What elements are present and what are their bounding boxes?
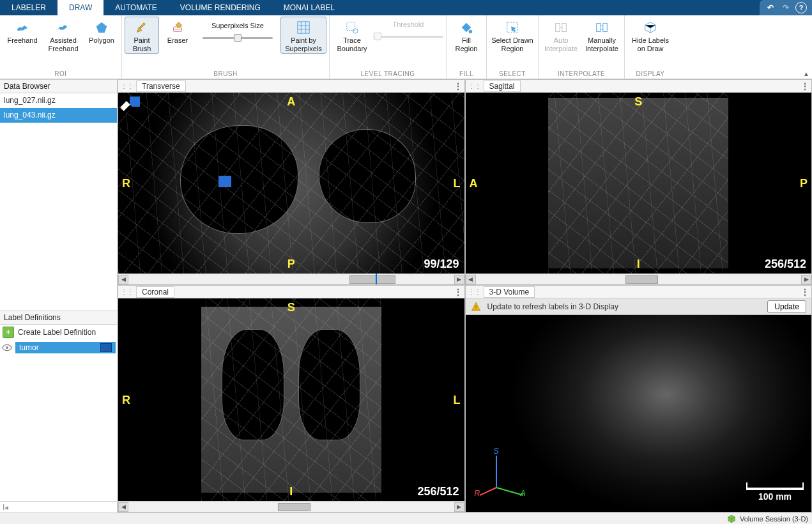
visibility-icon[interactable] [1,343,13,353]
superpixels-size-control: Superpixels Size [196,17,279,43]
tab-draw[interactable]: DRAW [57,0,103,15]
svg-rect-13 [603,24,607,32]
label-chip[interactable]: tumor [15,342,116,353]
polygon-button[interactable]: Polygon [84,17,119,45]
slice-scrollbar[interactable]: ◀ ▶ [118,274,464,284]
plus-icon: + [3,327,14,338]
viewport-menu-icon[interactable]: ⋮ [801,82,809,91]
threshold-control: Threshold [373,17,443,42]
tab-labeler[interactable]: LABELER [0,0,57,15]
manually-interpolate-button[interactable]: Manually Interpolate [582,17,622,54]
paint-by-superpixels-button[interactable]: Paint by Superpixels [280,17,326,54]
ribbon-group-roi: Freehand Assisted Freehand Polygon ROI [0,15,122,79]
viewport-canvas-3d[interactable]: Update to refresh labels in 3-D Display … [466,298,812,512]
svg-rect-3 [139,23,145,29]
undo-icon[interactable]: ↶ [765,2,776,13]
main-area: Data Browser lung_027.nii.gz lung_043.ni… [0,79,812,512]
fill-region-button[interactable]: Fill Region [449,17,484,54]
scroll-left-icon[interactable]: ◀ [466,275,476,284]
axis-r-label: R [475,489,480,498]
update-button[interactable]: Update [767,300,806,313]
view-grid: ⋮⋮ Transverse ⋮ A P R L 99/129 [118,79,812,512]
ribbon-group-fill: Fill Region FILL [447,15,487,79]
axis-s-label: S [494,447,499,456]
ribbon-group-select: Select Drawn Region SELECT [487,15,539,79]
scroll-right-icon[interactable]: ▶ [454,502,464,512]
viewport-canvas-coronal[interactable]: S I R L 256/512 [118,298,464,501]
create-label-button[interactable]: + Create Label Definition [0,325,117,341]
session-cube-icon [727,514,736,523]
assisted-freehand-button[interactable]: Assisted Freehand [43,17,83,54]
svg-point-8 [469,30,473,33]
brush-cursor-indicator [122,96,140,112]
viewport-title: 3-D Volume [484,286,535,298]
freehand-button[interactable]: Freehand [3,17,42,45]
tab-automate[interactable]: AUTOMATE [103,0,169,15]
scroll-right-icon[interactable]: ▶ [801,275,811,284]
prev-page-icon[interactable]: I◂ [3,503,8,512]
hide-labels-button[interactable]: Hide Labels on Draw [627,17,673,54]
slice-scrollbar[interactable]: ◀ ▶ [118,501,464,512]
auto-interpolate-button: Auto Interpolate [541,17,581,54]
redo-icon[interactable]: ↷ [780,2,792,13]
status-bar: Volume Session (3-D) [0,512,812,524]
left-panel: Data Browser lung_027.nii.gz lung_043.ni… [0,79,118,512]
viewport-header: ⋮⋮ Transverse ⋮ [118,80,464,93]
ribbon-group-brush: Paint Brush Eraser Superpixels Size Pain… [122,15,330,79]
label-definitions: + Create Label Definition tumor [0,325,117,501]
label-name: tumor [19,343,39,352]
scroll-right-icon[interactable]: ▶ [454,275,464,284]
viewport-title: Sagittal [484,81,521,92]
orient-label: P [287,258,295,271]
superpixels-icon [296,20,311,35]
create-label-text: Create Label Definition [18,328,96,337]
orient-label: A [287,95,295,109]
svg-point-14 [6,346,8,349]
viewport-sagittal: ⋮⋮ Sagittal ⋮ S I A P 256/512 ◀ ▶ [465,79,813,285]
trace-boundary-icon [344,20,360,35]
viewport-canvas-transverse[interactable]: A P R L 99/129 [118,93,464,274]
svg-point-7 [353,29,358,33]
data-item[interactable]: lung_043.nii.gz [0,108,117,123]
slice-scrollbar[interactable]: ◀ ▶ [466,274,812,284]
session-label: Volume Session (3-D) [740,515,808,523]
grip-icon[interactable]: ⋮⋮ [468,288,481,295]
viewport-transverse: ⋮⋮ Transverse ⋮ A P R L 99/129 [118,79,465,285]
eraser-button[interactable]: Eraser [160,17,195,45]
ribbon-group-display: Hide Labels on Draw DISPLAY [625,15,676,79]
svg-rect-10 [556,24,560,32]
paint-brush-button[interactable]: Paint Brush [125,17,159,54]
svg-rect-15 [475,305,476,308]
superpixels-size-slider[interactable] [203,32,273,43]
ribbon-collapse-button[interactable]: ▲ [803,70,809,77]
ribbon-tabstrip: LABELER DRAW AUTOMATE VOLUME RENDERING M… [0,0,812,15]
paint-brush-icon [134,20,149,35]
eraser-icon [170,20,185,35]
viewport-coronal: ⋮⋮ Coronal ⋮ S I R L 256/512 ◀ [118,285,465,512]
viewport-3d-volume: ⋮⋮ 3-D Volume ⋮ Update to refresh labels… [465,285,813,512]
scale-bar: 100 mm [746,488,804,502]
viewport-canvas-sagittal[interactable]: S I A P 256/512 [466,93,812,274]
tab-monai-label[interactable]: MONAI LABEL [272,0,346,15]
orient-label: R [122,393,130,406]
viewport-menu-icon[interactable]: ⋮ [454,288,462,297]
orient-label: L [454,176,461,190]
grip-icon[interactable]: ⋮⋮ [468,82,481,89]
label-color-swatch[interactable] [100,343,112,352]
data-list[interactable]: lung_027.nii.gz lung_043.nii.gz [0,93,117,311]
viewport-menu-icon[interactable]: ⋮ [454,82,462,91]
axis-a-label: A [521,489,526,498]
update-warning-bar: Update to refresh labels in 3-D Display … [466,298,812,315]
label-definitions-header: Label Definitions [0,311,117,325]
trace-boundary-button[interactable]: Trace Boundary [332,17,372,54]
viewport-menu-icon[interactable]: ⋮ [801,288,809,297]
label-row[interactable]: tumor [0,341,117,355]
scroll-left-icon[interactable]: ◀ [118,502,128,512]
tab-volume-rendering[interactable]: VOLUME RENDERING [169,0,272,15]
scroll-left-icon[interactable]: ◀ [118,275,128,284]
grip-icon[interactable]: ⋮⋮ [121,288,134,295]
select-drawn-region-button[interactable]: Select Drawn Region [489,17,535,54]
data-item[interactable]: lung_027.nii.gz [0,93,117,108]
help-icon[interactable]: ? [795,2,807,13]
grip-icon[interactable]: ⋮⋮ [121,82,134,89]
